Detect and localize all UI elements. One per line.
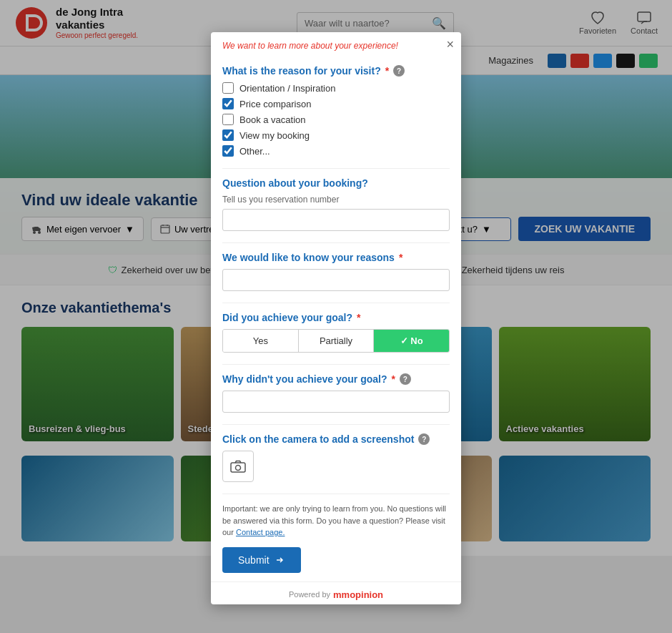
goal-no-button[interactable]: ✓ No (374, 330, 449, 352)
submit-label: Submit (238, 554, 270, 566)
checkbox-book-input[interactable] (222, 114, 234, 125)
checkbox-other[interactable]: Other... (222, 145, 450, 157)
screenshot-label: Click on the camera to add a screenshot … (222, 433, 450, 445)
goal-yes-button[interactable]: Yes (223, 330, 299, 352)
divider-5 (222, 424, 450, 425)
divider-4 (222, 364, 450, 365)
checkbox-list: Orientation / Inspiration Price comparis… (222, 82, 450, 157)
divider-2 (222, 242, 450, 243)
reason-label: What is the reason for your visit?* ? (222, 65, 450, 77)
important-text: Important: we are only trying to learn f… (222, 503, 450, 539)
checkbox-book-label: Book a vacation (239, 114, 306, 125)
checkbox-price[interactable]: Price comparison (222, 98, 450, 109)
goal-reason-required-star: * (391, 373, 395, 385)
modal-header: We want to learn more about your experie… (211, 32, 461, 51)
camera-icon (230, 460, 246, 473)
checkbox-view-input[interactable] (222, 129, 234, 141)
reason-required-star: * (385, 65, 389, 77)
reservation-sub-label: Tell us you reservation number (222, 195, 450, 205)
goal-partially-button[interactable]: Partially (299, 330, 375, 352)
modal-footer: Powered by mmopinion (211, 582, 461, 605)
checkbox-orientation-input[interactable] (222, 82, 234, 94)
checkbox-other-input[interactable] (222, 145, 234, 157)
goal-reason-section: Why didn't you achieve your goal?* ? (222, 373, 450, 413)
reasons-label: We would like to know your reasons* (222, 252, 450, 263)
svg-point-8 (236, 466, 241, 471)
reasons-section: We would like to know your reasons* (222, 252, 450, 291)
submit-arrow-icon (275, 555, 285, 565)
feedback-modal: We want to learn more about your experie… (211, 32, 461, 604)
reasons-required-star: * (399, 252, 402, 263)
goal-reason-help-icon[interactable]: ? (400, 373, 411, 385)
checkbox-book[interactable]: Book a vacation (222, 114, 450, 125)
contact-page-link[interactable]: Contact page. (236, 528, 285, 536)
modal-close-button[interactable]: × (446, 38, 454, 51)
divider-1 (222, 168, 450, 169)
camera-button[interactable] (222, 451, 254, 482)
screenshot-help-icon[interactable]: ? (418, 433, 430, 445)
screenshot-section: Click on the camera to add a screenshot … (222, 433, 450, 482)
goal-buttons-group: Yes Partially ✓ No (222, 329, 450, 353)
reservation-input[interactable] (222, 209, 450, 231)
checkbox-price-input[interactable] (222, 98, 234, 109)
goal-required-star: * (357, 312, 360, 323)
modal-banner: We want to learn more about your experie… (222, 41, 450, 51)
reservation-main-label: Question about your booking? (222, 177, 450, 189)
checkbox-orientation-label: Orientation / Inspiration (239, 83, 335, 94)
divider-3 (222, 303, 450, 303)
modal-body: What is the reason for your visit?* ? Or… (211, 57, 461, 582)
goal-reason-input[interactable] (222, 391, 450, 413)
checkbox-price-label: Price comparison (239, 99, 311, 109)
submit-button[interactable]: Submit (222, 547, 301, 573)
divider-6 (222, 494, 450, 494)
reason-help-icon[interactable]: ? (393, 65, 405, 77)
checkbox-view[interactable]: View my booking (222, 129, 450, 141)
checkbox-other-label: Other... (239, 146, 270, 157)
mopinion-logo: mmopinion (333, 589, 383, 600)
reservation-section: Question about your booking? Tell us you… (222, 177, 450, 231)
reason-section: What is the reason for your visit?* ? Or… (222, 65, 450, 157)
reasons-input[interactable] (222, 269, 450, 291)
goal-section: Did you achieve your goal?* Yes Partiall… (222, 312, 450, 353)
checkbox-view-label: View my booking (239, 130, 310, 141)
goal-reason-label: Why didn't you achieve your goal?* ? (222, 373, 450, 385)
powered-by-text: Powered by (289, 590, 330, 599)
goal-label: Did you achieve your goal?* (222, 312, 450, 323)
checkbox-orientation[interactable]: Orientation / Inspiration (222, 82, 450, 94)
modal-overlay: We want to learn more about your experie… (0, 0, 672, 633)
